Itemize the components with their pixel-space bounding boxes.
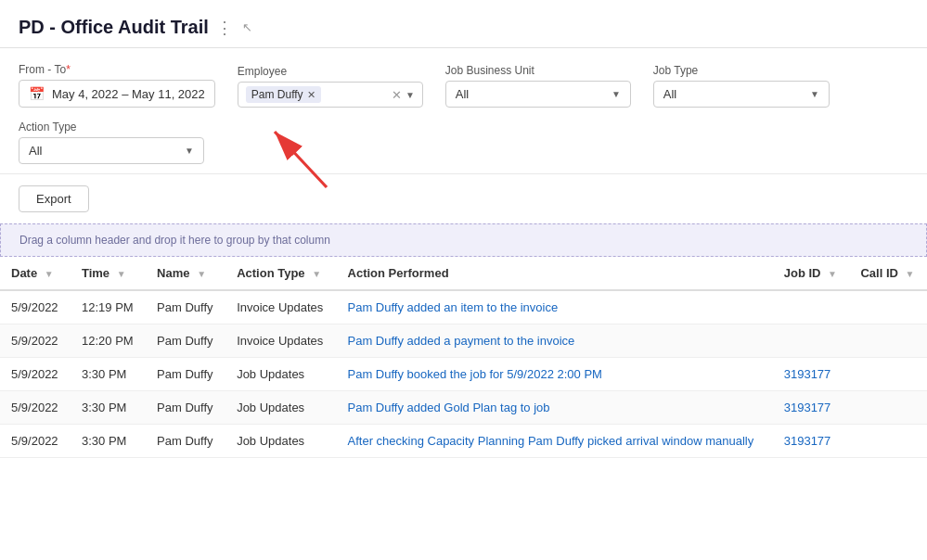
cell-action-type: Invoice Updates xyxy=(225,290,336,325)
from-to-label: From - To* xyxy=(19,63,215,76)
tag-remove-icon[interactable]: ✕ xyxy=(307,89,315,101)
employee-label: Employee xyxy=(238,65,423,78)
cell-action-performed-link[interactable]: Pam Duffy added an item to the invoice xyxy=(348,300,559,314)
audit-table: Date ▼ Time ▼ Name ▼ Action Type ▼ Actio… xyxy=(0,257,927,458)
cell-time: 12:20 PM xyxy=(71,325,146,358)
page-title: PD - Office Audit Trail xyxy=(19,17,209,38)
drag-hint: Drag a column header and drop it here to… xyxy=(0,223,927,257)
cell-job-id xyxy=(773,325,850,358)
table-row: 5/9/202212:20 PMPam DuffyInvoice Updates… xyxy=(0,325,927,358)
cell-job-id-link[interactable]: 3193177 xyxy=(784,367,831,381)
job-type-value: All xyxy=(663,87,805,101)
cell-name: Pam Duffy xyxy=(146,358,225,391)
action-type-value: All xyxy=(29,144,179,158)
action-type-arrow: ▼ xyxy=(185,146,194,156)
table-row: 5/9/202212:19 PMPam DuffyInvoice Updates… xyxy=(0,290,927,325)
col-header-job-id: Job ID ▼ xyxy=(773,257,850,290)
cell-action-performed[interactable]: After checking Capacity Planning Pam Duf… xyxy=(337,425,773,458)
employee-tag: Pam Duffy ✕ xyxy=(246,86,321,103)
cell-date: 5/9/2022 xyxy=(0,358,71,391)
cell-job-id xyxy=(773,290,850,325)
time-filter-icon[interactable]: ▼ xyxy=(117,269,126,279)
col-header-action-type: Action Type ▼ xyxy=(225,257,336,290)
cell-call-id xyxy=(849,391,927,425)
select-clear-icon[interactable]: ✕ xyxy=(392,88,402,102)
cell-action-performed[interactable]: Pam Duffy booked the job for 5/9/2022 2:… xyxy=(337,358,773,391)
table-row: 5/9/20223:30 PMPam DuffyJob UpdatesPam D… xyxy=(0,391,927,425)
cell-job-id-link[interactable]: 3193177 xyxy=(784,401,831,414)
col-header-call-id: Call ID ▼ xyxy=(849,257,927,290)
cell-action-performed-link[interactable]: Pam Duffy booked the job for 5/9/2022 2:… xyxy=(348,367,602,381)
date-filter-icon[interactable]: ▼ xyxy=(45,269,54,279)
cell-action-type: Job Updates xyxy=(225,391,336,425)
date-range-input[interactable]: 📅 May 4, 2022 – May 11, 2022 xyxy=(19,80,215,108)
job-business-unit-arrow: ▼ xyxy=(612,89,621,99)
call-id-filter-icon[interactable]: ▼ xyxy=(906,269,915,279)
cell-job-id[interactable]: 3193177 xyxy=(773,425,850,458)
cell-time: 3:30 PM xyxy=(71,391,146,425)
cursor-icon: ↖ xyxy=(242,20,252,34)
employee-select[interactable]: Pam Duffy ✕ ✕ ▼ xyxy=(238,82,423,108)
cell-action-performed[interactable]: Pam Duffy added a payment to the invoice xyxy=(337,325,773,358)
cell-job-id-link[interactable]: 3193177 xyxy=(784,434,831,448)
col-header-action-performed: Action Performed xyxy=(337,257,773,290)
cell-date: 5/9/2022 xyxy=(0,290,71,325)
export-button[interactable]: Export xyxy=(19,185,89,212)
cell-job-id[interactable]: 3193177 xyxy=(773,391,850,425)
table-row: 5/9/20223:30 PMPam DuffyJob UpdatesPam D… xyxy=(0,358,927,391)
cell-name: Pam Duffy xyxy=(146,290,225,325)
cell-call-id xyxy=(849,290,927,325)
select-dropdown-arrow[interactable]: ▼ xyxy=(406,90,415,100)
cell-name: Pam Duffy xyxy=(146,425,225,458)
audit-table-container: Date ▼ Time ▼ Name ▼ Action Type ▼ Actio… xyxy=(0,257,927,458)
cell-date: 5/9/2022 xyxy=(0,391,71,425)
cell-call-id xyxy=(849,425,927,458)
table-header-row: Date ▼ Time ▼ Name ▼ Action Type ▼ Actio… xyxy=(0,257,927,290)
cell-date: 5/9/2022 xyxy=(0,425,71,458)
col-header-time: Time ▼ xyxy=(71,257,146,290)
col-header-date: Date ▼ xyxy=(0,257,71,290)
menu-dots-icon[interactable]: ⋮ xyxy=(216,18,233,38)
cell-action-performed-link[interactable]: Pam Duffy added Gold Plan tag to job xyxy=(348,401,550,414)
date-range-value: May 4, 2022 – May 11, 2022 xyxy=(52,87,205,101)
cell-name: Pam Duffy xyxy=(146,325,225,358)
cell-action-performed-link[interactable]: Pam Duffy added a payment to the invoice xyxy=(348,334,575,348)
job-business-unit-label: Job Business Unit xyxy=(445,64,631,77)
employee-tag-value: Pam Duffy xyxy=(251,88,303,101)
job-business-unit-value: All xyxy=(456,87,606,101)
action-type-select[interactable]: All ▼ xyxy=(19,137,204,164)
job-business-unit-select[interactable]: All ▼ xyxy=(445,81,631,108)
cell-time: 12:19 PM xyxy=(71,290,146,325)
cell-action-performed[interactable]: Pam Duffy added an item to the invoice xyxy=(337,290,773,325)
table-row: 5/9/20223:30 PMPam DuffyJob UpdatesAfter… xyxy=(0,425,927,458)
cell-action-performed-link[interactable]: After checking Capacity Planning Pam Duf… xyxy=(348,434,754,448)
cell-date: 5/9/2022 xyxy=(0,325,71,358)
action-type-label: Action Type xyxy=(19,121,204,134)
col-header-name: Name ▼ xyxy=(146,257,225,290)
cell-action-type: Invoice Updates xyxy=(225,325,336,358)
cell-call-id xyxy=(849,325,927,358)
cell-action-type: Job Updates xyxy=(225,358,336,391)
job-type-label: Job Type xyxy=(653,64,830,77)
job-id-filter-icon[interactable]: ▼ xyxy=(828,269,837,279)
cell-action-performed[interactable]: Pam Duffy added Gold Plan tag to job xyxy=(337,391,773,425)
action-type-filter-icon[interactable]: ▼ xyxy=(312,269,321,279)
cell-action-type: Job Updates xyxy=(225,425,336,458)
name-filter-icon[interactable]: ▼ xyxy=(197,269,206,279)
cell-time: 3:30 PM xyxy=(71,425,146,458)
cell-name: Pam Duffy xyxy=(146,391,225,425)
calendar-icon: 📅 xyxy=(29,86,45,101)
cell-time: 3:30 PM xyxy=(71,358,146,391)
job-type-arrow: ▼ xyxy=(810,89,819,99)
cell-job-id[interactable]: 3193177 xyxy=(773,358,850,391)
cell-call-id xyxy=(849,358,927,391)
job-type-select[interactable]: All ▼ xyxy=(653,81,830,108)
